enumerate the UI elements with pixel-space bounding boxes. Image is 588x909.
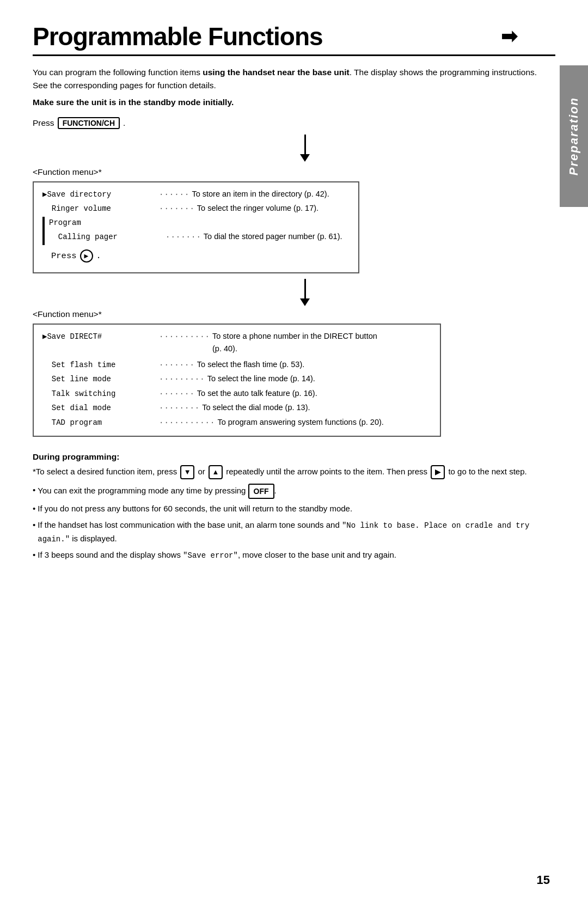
right-nav-btn: ▶ [431, 465, 445, 479]
menu-item-ringer-volume: Ringer volume [42, 203, 157, 215]
arrow-down-2 [54, 279, 555, 306]
during-programming-section: During programming: *To select a desired… [33, 452, 550, 562]
desc-tad-program: To program answering system functions (p… [217, 416, 383, 429]
right-btn: ▶ [80, 249, 93, 263]
menu-row-save-direct: ▶Save DIRECT# ·········· To store a phon… [42, 330, 431, 355]
dots-talk: ······· [159, 388, 195, 400]
menu-item-calling-pager: Calling pager [49, 231, 163, 243]
menu-item-flash-time: Set flash time [42, 359, 157, 371]
dots-direct: ·········· [159, 331, 210, 343]
arrow-line-2 [304, 279, 306, 298]
standby-note: Make sure the unit is in the standby mod… [33, 97, 555, 107]
menu-row-ringer-volume: Ringer volume ······· To select the ring… [42, 202, 350, 215]
menu-row-save-directory: ▶Save directory ······ To store an item … [42, 188, 350, 200]
sidebar-tab-label: Preparation [567, 97, 581, 175]
bracket-line [42, 217, 45, 245]
bullet-text-4: If 3 beeps sound and the display shows "… [38, 548, 550, 562]
menu-item-dial-mode: Set dial mode [42, 402, 157, 414]
arrow-down-1 [54, 135, 555, 162]
desc-line-mode: To select the line mode (p. 14). [207, 373, 315, 385]
dots-1: ······ [159, 188, 189, 200]
off-key: OFF [248, 484, 274, 499]
press-function-ch-line: Press FUNCTION/CH . [33, 117, 555, 129]
bracket-content: Program Calling pager ······· To dial th… [49, 217, 342, 245]
bracket-group: Program Calling pager ······· To dial th… [42, 217, 350, 245]
header-rule [33, 54, 555, 56]
bullet-3: • If the handset has lost communication … [33, 518, 550, 545]
intro-paragraph: You can program the following function i… [33, 66, 539, 92]
page-container: Preparation Programmable Functions ➡ You… [0, 0, 588, 909]
menu-row-talk-switching: Talk switching ······· To set the auto t… [42, 387, 431, 400]
page-header: Programmable Functions ➡ [33, 22, 555, 51]
menu-item-talk-switching: Talk switching [42, 388, 157, 400]
menu-row-dial-mode: Set dial mode ········ To select the dia… [42, 401, 431, 414]
page-title: Programmable Functions [33, 22, 323, 51]
menu-box-1: ▶Save directory ······ To store an item … [33, 181, 359, 273]
menu-row-tad-program: TAD program ··········· To program answe… [42, 416, 431, 429]
desc-save-direct: To store a phone number in the DIRECT bu… [212, 330, 377, 355]
menu-item-line-mode: Set line mode [42, 373, 157, 385]
menu-item-tad-program: TAD program [42, 417, 157, 429]
dots-dial: ········ [159, 402, 200, 414]
desc-ringer-volume: To select the ringer volume (p. 17). [197, 202, 318, 215]
function-menu-1-label: <Function menu>* [33, 167, 555, 177]
period-1: . [123, 118, 125, 128]
during-programming-title: During programming: [33, 452, 550, 462]
down-btn: ▼ [180, 465, 194, 479]
menu-item-save-direct: ▶Save DIRECT# [42, 331, 157, 343]
dots-2: ······· [159, 203, 195, 215]
arrow-head-2 [300, 298, 310, 306]
press-label-1: Press [33, 118, 54, 128]
menu-row-line-mode: Set line mode ········· To select the li… [42, 373, 431, 385]
menu-item-program: Program [49, 217, 163, 229]
function-menu-2-label: <Function menu>* [33, 309, 555, 319]
desc-save-directory: To store an item in the directory (p. 42… [192, 188, 329, 200]
menu-row-program: Program [49, 217, 342, 229]
menu-row-flash-time: Set flash time ······· To select the fla… [42, 358, 431, 371]
function-ch-key: FUNCTION/CH [58, 117, 120, 129]
menu-item-save-directory: ▶Save directory [42, 188, 157, 200]
bullet-4: • If 3 beeps sound and the display shows… [33, 548, 550, 562]
menu-box-2: ▶Save DIRECT# ·········· To store a phon… [33, 324, 441, 437]
up-btn: ▲ [209, 465, 223, 479]
dots-tad: ··········· [159, 417, 215, 429]
arrow-line-1 [304, 135, 306, 154]
bullet-1: • You can exit the programming mode any … [33, 484, 550, 499]
press-right-line: Press ▶ . [51, 249, 350, 263]
bullet-text-3: If the handset has lost communication wi… [38, 518, 550, 545]
page-number: 15 [537, 873, 550, 887]
desc-calling-pager: To dial the stored pager number (p. 61). [204, 230, 342, 243]
during-note-1: *To select a desired function item, pres… [33, 465, 550, 479]
desc-dial-mode: To select the dial mode (p. 13). [202, 401, 310, 414]
period-2: . [96, 251, 101, 261]
intro-bold: using the handset near the base unit [203, 68, 350, 77]
desc-talk-switching: To set the auto talk feature (p. 16). [197, 387, 317, 400]
menu-row-calling-pager: Calling pager ······· To dial the stored… [49, 230, 342, 243]
bullet-text-1: You can exit the programming mode any ti… [38, 484, 550, 499]
bullet-2: • If you do not press any buttons for 60… [33, 502, 550, 515]
dots-flash: ······· [159, 359, 195, 371]
desc-flash-time: To select the flash time (p. 53). [197, 358, 304, 371]
sidebar-tab: Preparation [560, 65, 588, 207]
forward-arrow-icon: ➡ [501, 25, 517, 48]
dots-3: ······· [166, 231, 201, 243]
intro-text1: You can program the following function i… [33, 68, 203, 77]
dots-line: ········· [159, 373, 205, 385]
bullet-text-2: If you do not press any buttons for 60 s… [38, 502, 550, 515]
press-label-2: Press [51, 251, 77, 261]
arrow-head-1 [300, 154, 310, 162]
